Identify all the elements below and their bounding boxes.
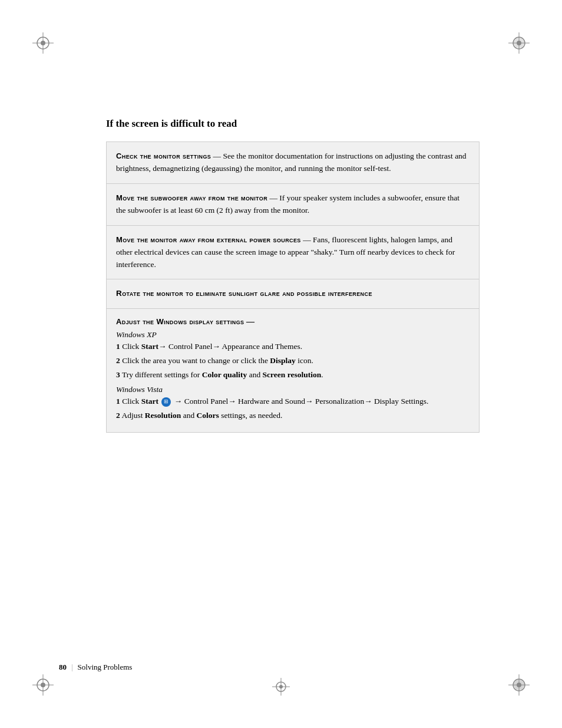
windows-xp-label: Windows XP [116, 330, 470, 340]
xp-step-2: 2 Click the area you want to change or c… [116, 355, 470, 367]
subwoofer-label: Move the subwoofer away from the monitor [116, 193, 267, 202]
windows-vista-label: Windows Vista [116, 385, 470, 394]
table-row: Move the monitor away from external powe… [107, 225, 480, 279]
adjust-dash: — [244, 317, 254, 326]
adjust-section: Adjust the Windows display settings — Wi… [106, 309, 480, 433]
vista-step-1-num: 1 [116, 397, 120, 406]
table-row: Check the monitor settings — See the mon… [107, 142, 480, 184]
corner-mark-tr [508, 32, 530, 54]
vista-step-1-text: Click Start → Control Panel→ Hardware an… [122, 397, 428, 406]
adjust-label: Adjust the Windows display settings [116, 317, 244, 326]
monitor-settings-label: Check the monitor settings [116, 151, 211, 160]
info-table: Check the monitor settings — See the mon… [106, 141, 480, 309]
main-content: If the screen is difficult to read Check… [106, 118, 480, 433]
xp-step-3: 3 Try different settings for Color quali… [116, 369, 470, 381]
section-title: If the screen is difficult to read [106, 118, 480, 130]
subwoofer-cell: Move the subwoofer away from the monitor… [107, 183, 480, 225]
subwoofer-dash: — [267, 193, 277, 202]
xp-step-1-text: Click Start→ Control Panel→ Appearance a… [122, 342, 302, 351]
vista-step-1: 1 Click Start → Control Panel→ Hardware … [116, 396, 470, 408]
footer-separator: | [71, 663, 73, 672]
rotate-label: Rotate the monitor to eliminate sunlight… [116, 289, 372, 298]
monitor-settings-cell: Check the monitor settings — See the mon… [107, 142, 480, 184]
vista-step-2-num: 2 [116, 411, 120, 420]
xp-step-1-num: 1 [116, 342, 120, 351]
vista-step-2: 2 Adjust Resolution and Colors settings,… [116, 410, 470, 422]
vista-step-2-text: Adjust Resolution and Colors settings, a… [121, 411, 282, 420]
corner-mark-bl [32, 674, 54, 696]
xp-step-3-num: 3 [116, 370, 120, 379]
rotate-cell: Rotate the monitor to eliminate sunlight… [107, 279, 480, 309]
xp-step-1: 1 Click Start→ Control Panel→ Appearance… [116, 341, 470, 353]
power-sources-dash: — [301, 235, 311, 244]
power-sources-label: Move the monitor away from external powe… [116, 235, 301, 244]
power-sources-cell: Move the monitor away from external powe… [107, 225, 480, 279]
table-row: Move the subwoofer away from the monitor… [107, 183, 480, 225]
footer: 80 | Solving Problems [0, 663, 562, 672]
bottom-center-mark [272, 678, 290, 696]
table-row: Rotate the monitor to eliminate sunlight… [107, 279, 480, 309]
windows-vista-icon [161, 397, 171, 407]
adjust-header: Adjust the Windows display settings — [116, 317, 470, 327]
monitor-settings-dash: — [211, 151, 221, 160]
xp-step-3-text: Try different settings for Color quality… [122, 370, 323, 379]
footer-text: Solving Problems [78, 663, 133, 672]
corner-mark-br [508, 674, 530, 696]
xp-step-2-num: 2 [116, 356, 120, 365]
footer-page-number: 80 [59, 663, 67, 672]
page: If the screen is difficult to read Check… [0, 0, 562, 728]
corner-mark-tl [32, 32, 54, 54]
vista-steps: 1 Click Start → Control Panel→ Hardware … [116, 396, 470, 422]
xp-steps: 1 Click Start→ Control Panel→ Appearance… [116, 341, 470, 381]
xp-step-2-text: Click the area you want to change or cli… [122, 356, 313, 365]
